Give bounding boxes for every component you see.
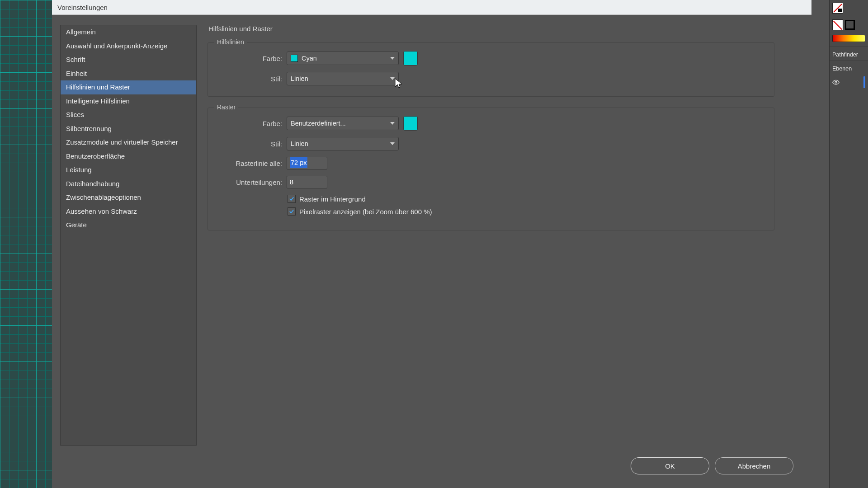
sidebar-item-slices[interactable]: Slices <box>61 108 196 122</box>
svg-point-3 <box>835 81 837 83</box>
chevron-down-icon <box>390 77 395 80</box>
subdivisions-label: Unterteilungen: <box>219 178 282 186</box>
guides-color-chip-icon <box>291 55 298 62</box>
sidebar-item-clipboard[interactable]: Zwischenablageoptionen <box>61 191 196 205</box>
grid-color-select[interactable]: Benutzerdefiniert... <box>287 117 399 130</box>
layer-color-swatch <box>863 76 865 88</box>
ok-button[interactable]: OK <box>631 457 709 474</box>
sidebar-item-guides-grid[interactable]: Hilfslinien und Raster <box>61 80 196 94</box>
sidebar-item-hyphenation[interactable]: Silbentrennung <box>61 122 196 136</box>
sidebar-item-type[interactable]: Schrift <box>61 53 196 67</box>
chevron-down-icon <box>390 142 395 145</box>
preferences-dialog: Voreinstellungen Allgemein Auswahl und A… <box>52 0 811 488</box>
guides-style-label: Stil: <box>219 75 282 83</box>
subdivisions-input[interactable]: 8 <box>287 176 327 188</box>
guides-style-value: Linien <box>291 75 308 82</box>
pixel-grid-label: Pixelraster anzeigen (bei Zoom über 600 … <box>299 208 432 216</box>
dialog-button-bar: OK Abbrechen <box>631 457 793 474</box>
svg-rect-2 <box>838 9 842 12</box>
dialog-titlebar[interactable]: Voreinstellungen <box>52 0 811 15</box>
panel-pathfinder-label[interactable]: Pathfinder <box>830 47 868 61</box>
fill-swatch-icon[interactable] <box>832 19 843 30</box>
grid-in-back-checkbox[interactable] <box>288 195 296 203</box>
page-heading: Hilfslinien und Raster <box>208 25 783 33</box>
grid-in-back-label: Raster im Hintergrund <box>299 195 366 203</box>
sidebar-item-performance[interactable]: Leistung <box>61 163 196 177</box>
guides-legend: Hilfslinien <box>214 38 247 46</box>
sidebar-item-file-handling[interactable]: Dateihandhabung <box>61 177 196 191</box>
subdivisions-value: 8 <box>290 178 293 186</box>
gridline-every-input[interactable]: 72 px <box>287 157 327 169</box>
grid-color-label: Farbe: <box>219 120 282 127</box>
sidebar-item-smart-guides[interactable]: Intelligente Hilfslinien <box>61 94 196 108</box>
chevron-down-icon <box>390 57 395 60</box>
chevron-down-icon <box>390 122 395 125</box>
out-of-gamut-icon <box>832 3 843 14</box>
stroke-swatch-icon[interactable] <box>845 20 855 30</box>
guides-group: Hilfslinien Farbe: Cyan Stil: Linien <box>208 42 774 97</box>
panel-layers-label[interactable]: Ebenen <box>830 61 868 75</box>
grid-style-label: Stil: <box>219 140 282 148</box>
grid-legend: Raster <box>214 103 238 111</box>
color-spectrum-bar[interactable] <box>832 35 865 42</box>
sidebar-item-ui[interactable]: Benutzeroberfläche <box>61 150 196 164</box>
sidebar-item-selection-anchor[interactable]: Auswahl und Ankerpunkt-Anzeige <box>61 39 196 53</box>
guides-color-value: Cyan <box>302 55 317 62</box>
sidebar-item-units[interactable]: Einheit <box>61 67 196 81</box>
pixel-grid-checkbox[interactable] <box>288 207 296 216</box>
sidebar-item-plugins-scratch[interactable]: Zusatzmodule und virtueller Speicher <box>61 136 196 150</box>
checkmark-icon <box>289 196 294 202</box>
fill-stroke-tools[interactable] <box>830 17 868 33</box>
sidebar-item-devices[interactable]: Geräte <box>61 218 196 232</box>
visibility-eye-icon[interactable] <box>832 79 840 86</box>
grid-style-value: Linien <box>291 140 308 147</box>
guides-color-select[interactable]: Cyan <box>287 52 399 65</box>
guides-style-select[interactable]: Linien <box>287 72 399 85</box>
grid-group: Raster Farbe: Benutzerdefiniert... Stil:… <box>208 108 774 230</box>
dialog-title: Voreinstellungen <box>57 4 108 11</box>
guides-color-label: Farbe: <box>219 55 282 62</box>
sidebar-item-appearance-black[interactable]: Aussehen von Schwarz <box>61 205 196 219</box>
guides-color-swatch[interactable] <box>403 51 418 66</box>
grid-color-swatch[interactable] <box>403 116 418 131</box>
grid-color-value: Benutzerdefiniert... <box>291 120 346 127</box>
grid-style-select[interactable]: Linien <box>287 137 399 150</box>
app-side-panels: Pathfinder Ebenen <box>829 0 868 488</box>
cancel-button[interactable]: Abbrechen <box>715 457 793 474</box>
preferences-category-list: Allgemein Auswahl und Ankerpunkt-Anzeige… <box>60 25 197 446</box>
checkmark-icon <box>289 209 294 214</box>
gridline-every-label: Rasterlinie alle: <box>219 160 282 167</box>
layer-row[interactable] <box>830 75 868 90</box>
preferences-main-panel: Hilfslinien und Raster Hilfslinien Farbe… <box>208 25 802 483</box>
gridline-every-value: 72 px <box>290 157 307 168</box>
sidebar-item-general[interactable]: Allgemein <box>61 25 196 39</box>
document-grid-background <box>0 0 52 488</box>
